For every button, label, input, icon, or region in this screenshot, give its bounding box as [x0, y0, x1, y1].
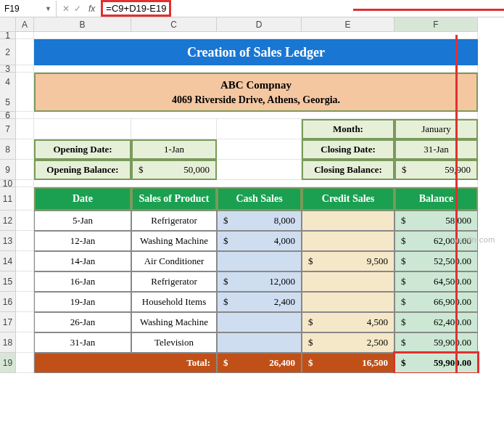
cell[interactable] — [16, 210, 34, 231]
total-bal-active-cell[interactable]: $59,900.00 — [394, 353, 478, 373]
row-header[interactable]: 6 — [0, 112, 16, 119]
td-credit[interactable]: $2,500 — [302, 332, 394, 353]
closing-date-value[interactable]: 31-Jan — [394, 139, 478, 160]
cell[interactable] — [34, 112, 478, 119]
month-value[interactable]: January — [394, 119, 478, 139]
closing-bal-label[interactable]: Closing Balance: — [302, 160, 394, 180]
td-cash[interactable]: $8,000 — [217, 210, 302, 231]
cell[interactable] — [16, 32, 34, 39]
td-date[interactable]: 12-Jan — [34, 231, 131, 251]
chevron-down-icon[interactable]: ▼ — [45, 5, 51, 12]
td-date[interactable]: 26-Jan — [34, 312, 131, 332]
td-product[interactable]: Air Conditioner — [131, 251, 217, 271]
td-bal[interactable]: $59,900.00 — [394, 332, 478, 353]
th-date[interactable]: Date — [34, 187, 131, 210]
col-header-E[interactable]: E — [302, 17, 394, 32]
cell[interactable] — [34, 65, 478, 73]
col-header-A[interactable]: A — [16, 17, 34, 32]
closing-date-label[interactable]: Closing Date: — [302, 139, 394, 160]
cell[interactable] — [16, 160, 34, 180]
month-label[interactable]: Month: — [302, 119, 394, 139]
td-bal[interactable]: $66,900.00 — [394, 292, 478, 312]
td-credit[interactable]: $4,500 — [302, 312, 394, 332]
td-bal[interactable]: $64,500.00 — [394, 271, 478, 292]
td-date[interactable]: 5-Jan — [34, 210, 131, 231]
th-credit[interactable]: Credit Sales — [302, 187, 394, 210]
cell[interactable] — [16, 112, 34, 119]
cell[interactable] — [16, 187, 34, 210]
row-header[interactable]: 1 — [0, 32, 16, 39]
row-header[interactable]: 15 — [0, 271, 16, 292]
row-header[interactable]: 19 — [0, 353, 16, 373]
opening-date-label[interactable]: Opening Date: — [34, 139, 131, 160]
td-credit[interactable] — [302, 271, 394, 292]
cell[interactable] — [217, 119, 302, 139]
td-cash[interactable] — [217, 251, 302, 271]
cell[interactable] — [16, 180, 34, 187]
col-header-C[interactable]: C — [131, 17, 217, 32]
row-header[interactable]: 8 — [0, 139, 16, 160]
row-header[interactable]: 11 — [0, 187, 16, 210]
td-product[interactable]: Refrigerator — [131, 210, 217, 231]
row-header[interactable]: 16 — [0, 292, 16, 312]
cell[interactable] — [16, 292, 34, 312]
cell[interactable] — [16, 332, 34, 353]
name-box[interactable]: F19 ▼ — [0, 1, 57, 17]
td-cash[interactable]: $2,400 — [217, 292, 302, 312]
cell[interactable] — [34, 119, 131, 139]
td-credit[interactable] — [302, 210, 394, 231]
cell[interactable] — [16, 119, 34, 139]
td-cash[interactable] — [217, 332, 302, 353]
cell[interactable] — [34, 32, 478, 39]
fx-icon[interactable]: fx — [88, 4, 95, 14]
cell[interactable] — [16, 231, 34, 251]
td-bal[interactable]: $58,000 — [394, 210, 478, 231]
row-header[interactable]: 14 — [0, 251, 16, 271]
title-banner[interactable]: Creation of Sales Ledger — [34, 39, 478, 65]
th-balance[interactable]: Balance — [394, 187, 478, 210]
accept-icon[interactable]: ✓ — [74, 4, 81, 14]
td-date[interactable]: 14-Jan — [34, 251, 131, 271]
cell[interactable] — [16, 65, 34, 73]
col-header-B[interactable]: B — [34, 17, 131, 32]
cell[interactable] — [131, 119, 217, 139]
total-cash[interactable]: $26,400 — [217, 353, 302, 373]
td-credit[interactable] — [302, 292, 394, 312]
td-cash[interactable]: $12,000 — [217, 271, 302, 292]
cell[interactable] — [217, 139, 302, 160]
opening-date-value[interactable]: 1-Jan — [131, 139, 217, 160]
closing-bal-value[interactable]: $ 59,900 — [394, 160, 478, 180]
th-cash[interactable]: Cash Sales — [217, 187, 302, 210]
td-product[interactable]: Washing Machine — [131, 312, 217, 332]
opening-bal-label[interactable]: Opening Balance: — [34, 160, 131, 180]
td-product[interactable]: Washing Machine — [131, 231, 217, 251]
td-date[interactable]: 31-Jan — [34, 332, 131, 353]
row-header[interactable]: 2 — [0, 39, 16, 65]
cell[interactable] — [16, 39, 34, 65]
cell[interactable] — [34, 180, 478, 187]
row-header[interactable]: 9 — [0, 160, 16, 180]
formula-input[interactable]: =C9+D19-E19 — [101, 0, 171, 17]
cell[interactable] — [16, 139, 34, 160]
td-bal[interactable]: $62,400.00 — [394, 312, 478, 332]
col-header-D[interactable]: D — [217, 17, 302, 32]
row-header[interactable]: 12 — [0, 210, 16, 231]
col-header-F[interactable]: F — [394, 17, 478, 32]
td-cash[interactable] — [217, 312, 302, 332]
td-cash[interactable]: $4,000 — [217, 231, 302, 251]
row-header[interactable]: 13 — [0, 231, 16, 251]
row-header[interactable]: 7 — [0, 119, 16, 139]
td-credit[interactable] — [302, 231, 394, 251]
row-header[interactable]: 10 — [0, 180, 16, 187]
td-date[interactable]: 19-Jan — [34, 292, 131, 312]
cell[interactable] — [16, 271, 34, 292]
cancel-icon[interactable]: ✕ — [62, 4, 70, 14]
formula-input-wrap[interactable]: =C9+D19-E19 — [101, 0, 504, 17]
total-credit[interactable]: $16,500 — [302, 353, 394, 373]
opening-bal-value[interactable]: $ 50,000 — [131, 160, 217, 180]
cell[interactable] — [16, 312, 34, 332]
total-label[interactable]: Total: — [34, 353, 217, 373]
td-product[interactable]: Television — [131, 332, 217, 353]
cell[interactable] — [16, 353, 34, 373]
company-box[interactable]: ABC Compnay 4069 Riverside Drive, Athens… — [34, 73, 478, 112]
